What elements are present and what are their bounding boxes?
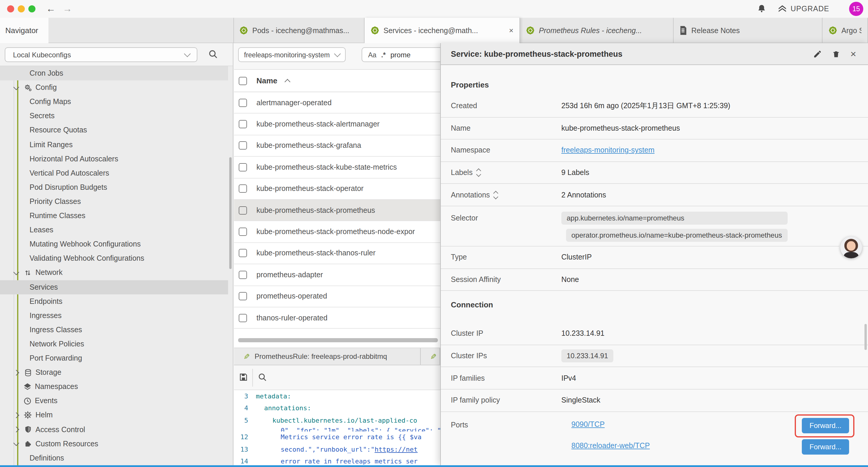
row-checkbox[interactable] [239, 163, 247, 171]
table-row[interactable]: kube-prometheus-stack-alertmanager [234, 114, 440, 135]
namespace-link[interactable]: freeleaps-monitoring-system [561, 146, 654, 154]
sidebar-item-leases[interactable]: Leases [0, 223, 228, 237]
property-row-selector: Selectorapp.kubernetes.io/name=prometheu… [441, 206, 868, 246]
sidebar-item-config[interactable]: Config [0, 80, 228, 95]
table-row[interactable]: kube-prometheus-stack-prometheus [234, 200, 440, 222]
editor-tab[interactable]: ✎ [421, 348, 440, 365]
row-checkbox[interactable] [239, 185, 247, 193]
table-row[interactable]: alertmanager-operated [234, 92, 440, 114]
editor-tab[interactable]: ✎PrometheusRule: freeleaps-prod-rabbitmq [234, 348, 421, 365]
close-window-button[interactable] [7, 5, 14, 12]
sidebar-item-mutating-webhook-configurations[interactable]: Mutating Webhook Configurations [0, 237, 228, 251]
namespace-select[interactable]: freeleaps-monitoring-system [238, 47, 346, 62]
close-tab-icon[interactable]: × [509, 26, 514, 35]
back-button[interactable]: ← [45, 2, 57, 16]
row-checkbox[interactable] [239, 314, 247, 322]
select-all-checkbox[interactable] [239, 77, 247, 85]
sidebar-item-helm[interactable]: Helm [0, 408, 228, 422]
row-checkbox[interactable] [239, 120, 247, 128]
port-link[interactable]: 8080:reloader-web/TCP [571, 441, 650, 449]
row-checkbox[interactable] [239, 142, 247, 150]
sidebar-search-icon[interactable] [208, 49, 218, 59]
line-number: 13 [234, 446, 248, 454]
table-row[interactable]: kube-prometheus-stack-grafana [234, 135, 440, 157]
workspace-tab-release[interactable]: Release Notes [674, 18, 823, 43]
sidebar-item-cron-jobs[interactable]: Cron Jobs [0, 66, 228, 80]
sidebar-item-pod-disruption-budgets[interactable]: Pod Disruption Budgets [0, 180, 228, 195]
forward-button[interactable]: → [61, 2, 73, 16]
sidebar-item-limit-ranges[interactable]: Limit Ranges [0, 138, 228, 152]
sidebar-item-runtime-classes[interactable]: Runtime Classes [0, 209, 228, 223]
row-checkbox[interactable] [239, 98, 247, 107]
table-row[interactable]: kube-prometheus-stack-prometheus-node-ex… [234, 222, 440, 243]
navigator-tab[interactable]: Navigator [0, 18, 49, 43]
table-row[interactable]: prometheus-adapter [234, 264, 440, 286]
sidebar-item-namespaces[interactable]: Namespaces [0, 380, 228, 394]
edit-icon[interactable] [813, 49, 822, 58]
sidebar-item-custom-resources[interactable]: Custom Resources [0, 437, 228, 451]
sidebar-item-endpoints[interactable]: Endpoints [0, 294, 228, 308]
maximize-window-button[interactable] [28, 5, 35, 12]
notifications-bell-icon[interactable] [757, 4, 766, 13]
document-icon [680, 26, 687, 35]
sidebar-item-services[interactable]: Services [0, 280, 228, 294]
delete-icon[interactable] [832, 49, 840, 58]
upgrade-chevrons-icon [778, 4, 787, 13]
sidebar-item-vertical-pod-autoscalers[interactable]: Vertical Pod Autoscalers [0, 166, 228, 180]
sidebar-item-events[interactable]: Events [0, 394, 228, 408]
sidebar-item-secrets[interactable]: Secrets [0, 109, 228, 123]
table-row[interactable]: prometheus-operated [234, 286, 440, 308]
assistant-avatar[interactable] [840, 236, 862, 258]
workspace-tab-pods[interactable]: Pods - icecheng@mathmas... [234, 18, 365, 43]
minimize-window-button[interactable] [18, 5, 25, 12]
sidebar-item-definitions[interactable]: Definitions [0, 451, 228, 465]
list-search-input[interactable]: Aa .* prome [362, 47, 450, 62]
sidebar-scrollbar[interactable] [229, 157, 231, 269]
regex-toggle[interactable]: .* [381, 51, 385, 58]
puzzle-icon [23, 440, 32, 447]
name-column-header[interactable]: Name [256, 76, 277, 85]
table-row[interactable]: kube-prometheus-stack-kube-state-metrics [234, 157, 440, 178]
sidebar-item-config-maps[interactable]: Config Maps [0, 95, 228, 109]
sidebar-item-port-forwarding[interactable]: Port Forwarding [0, 351, 228, 365]
upgrade-button[interactable]: UPGRADE [778, 4, 829, 13]
match-case-toggle[interactable]: Aa [368, 51, 376, 58]
workspace-tab-argo[interactable]: Argo Se [823, 18, 868, 43]
gear-icon [23, 84, 32, 91]
services-list-panel: freeleaps-monitoring-system Aa .* prome … [234, 43, 440, 465]
forward-button[interactable]: Forward... [802, 439, 849, 455]
sidebar-item-ingresses[interactable]: Ingresses [0, 308, 228, 322]
sidebar-item-network-policies[interactable]: Network Policies [0, 337, 228, 351]
detail-panel-scrollbar[interactable] [864, 324, 867, 350]
sidebar-item-storage[interactable]: Storage [0, 365, 228, 380]
row-checkbox[interactable] [239, 206, 247, 214]
table-row[interactable]: thanos-ruler-operated [234, 308, 440, 329]
line-number: 4 [234, 405, 248, 412]
sidebar-item-validating-webhook-configurations[interactable]: Validating Webhook Configurations [0, 252, 228, 266]
editor-search-icon[interactable] [258, 372, 267, 382]
sidebar-item-priority-classes[interactable]: Priority Classes [0, 195, 228, 209]
sidebar-item-network[interactable]: Network [0, 266, 228, 280]
sort-updown-icon[interactable] [477, 169, 480, 176]
port-link[interactable]: 9090/TCP [571, 420, 605, 428]
row-checkbox[interactable] [239, 292, 247, 300]
horizontal-scrollbar[interactable] [238, 338, 438, 342]
sidebar-item-ingress-classes[interactable]: Ingress Classes [0, 323, 228, 337]
sidebar-item-resource-quotas[interactable]: Resource Quotas [0, 123, 228, 138]
row-checkbox[interactable] [239, 249, 247, 258]
table-row[interactable]: kube-prometheus-stack-operator [234, 178, 440, 200]
kubeconfig-select[interactable]: Local Kubeconfigs [5, 47, 197, 62]
sort-updown-icon[interactable] [494, 191, 498, 198]
sidebar-item-horizontal-pod-autoscalers[interactable]: Horizontal Pod Autoscalers [0, 152, 228, 166]
yaml-editor[interactable]: 3metadata:4annotations:5kubectl.kubernet… [234, 390, 440, 465]
row-checkbox[interactable] [239, 271, 247, 279]
notification-count-badge[interactable]: 15 [849, 2, 863, 16]
save-icon[interactable] [239, 372, 248, 382]
row-checkbox[interactable] [239, 228, 247, 236]
close-icon[interactable]: × [850, 49, 856, 59]
workspace-tab-prometheus[interactable]: Prometheus Rules - icecheng... [520, 18, 674, 43]
property-row-cluster-ip: Cluster IP10.233.14.91 [441, 323, 868, 345]
table-row[interactable]: kube-prometheus-stack-thanos-ruler [234, 243, 440, 264]
workspace-tab-services[interactable]: Services - icecheng@math...× [365, 18, 520, 43]
sidebar-item-access-control[interactable]: Access Control [0, 422, 228, 437]
